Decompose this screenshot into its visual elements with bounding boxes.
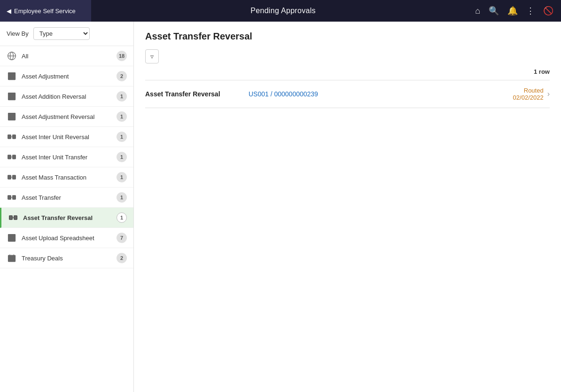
sidebar-item-asset-inter-unit-transfer-badge: 1 [117,152,127,162]
sidebar-item-all-label: All [22,53,112,60]
svg-rect-20 [9,216,13,220]
svg-rect-13 [13,135,16,139]
bell-icon[interactable]: 🔔 [507,6,518,16]
row-count: 1 row [145,68,550,75]
svg-rect-19 [13,196,16,199]
asset-transfer-icon [7,192,17,203]
sidebar-item-asset-transfer-reversal-label: Asset Transfer Reversal [23,214,112,221]
sidebar-item-asset-transfer-reversal-badge: 1 [117,212,127,223]
sidebar-item-asset-adjustment-reversal-badge: 1 [117,111,127,122]
sidebar-item-asset-addition-reversal[interactable]: Asset Addition Reversal 1 [0,86,133,107]
svg-rect-12 [8,135,11,139]
asset-inter-unit-transfer-icon [7,152,17,162]
sidebar-item-asset-upload-spreadsheet-badge: 7 [117,233,127,243]
sidebar-item-asset-addition-reversal-badge: 1 [117,91,127,102]
svg-rect-9 [8,113,16,120]
viewby-container: View By Type Date Priority [0,22,133,46]
block-icon[interactable]: 🚫 [543,6,553,16]
more-icon[interactable]: ⋮ [526,6,535,16]
page-title: Asset Transfer Reversal [145,31,550,42]
asset-addition-reversal-icon [7,91,17,102]
sidebar-item-asset-upload-spreadsheet-label: Asset Upload Spreadsheet [22,235,112,242]
sidebar-item-asset-inter-unit-transfer-label: Asset Inter Unit Transfer [22,154,112,161]
svg-rect-3 [8,73,16,80]
sidebar-items-list: All 18 Asset Adjustment 2 Asset Addition… [0,46,133,392]
svg-rect-14 [8,155,11,159]
svg-rect-26 [8,255,16,261]
asset-upload-spreadsheet-icon [7,233,17,243]
viewby-select[interactable]: Type Date Priority [33,27,90,40]
home-icon[interactable]: ⌂ [475,6,480,16]
sidebar-item-all-badge: 18 [117,51,127,61]
result-chevron-icon: › [547,90,550,98]
sidebar-item-asset-transfer-reversal[interactable]: Asset Transfer Reversal 1 [0,208,133,228]
svg-rect-21 [14,216,17,220]
back-icon: ◀ [7,8,11,15]
sidebar-item-asset-transfer-label: Asset Transfer [22,194,112,201]
top-navigation: ◀ Employee Self Service Pending Approval… [0,0,561,22]
svg-rect-15 [13,155,16,159]
asset-transfer-reversal-icon [8,212,18,223]
filter-button[interactable]: ▿ [145,49,159,63]
search-icon[interactable]: 🔍 [489,6,499,16]
sidebar-item-asset-transfer[interactable]: Asset Transfer 1 [0,188,133,208]
sidebar-item-treasury-deals[interactable]: Treasury Deals 2 [0,248,133,268]
svg-rect-6 [8,93,16,100]
sidebar: View By Type Date Priority All 18 [0,22,134,392]
back-label: Employee Self Service [14,8,76,15]
svg-rect-22 [8,235,16,242]
sidebar-item-asset-adjustment-reversal[interactable]: Asset Adjustment Reversal 1 [0,107,133,127]
sidebar-item-treasury-deals-label: Treasury Deals [22,255,112,262]
main-layout: View By Type Date Priority All 18 [0,22,561,392]
back-button[interactable]: ◀ Employee Self Service [0,0,91,22]
filter-bar: ▿ [145,49,550,63]
asset-mass-transaction-icon [7,172,17,182]
sidebar-item-asset-inter-unit-reversal-label: Asset Inter Unit Reversal [22,133,112,141]
sidebar-item-all[interactable]: All 18 [0,46,133,66]
result-type: Asset Transfer Reversal [145,90,249,98]
sidebar-item-asset-inter-unit-transfer[interactable]: Asset Inter Unit Transfer 1 [0,147,133,167]
result-id: US001 / 000000000239 [249,90,513,98]
viewby-label: View By [7,30,29,37]
globe-icon [7,51,17,61]
sidebar-item-asset-mass-transaction-badge: 1 [117,172,127,182]
treasury-deals-icon [7,253,17,263]
sidebar-item-treasury-deals-badge: 2 [117,253,127,263]
sidebar-item-asset-upload-spreadsheet[interactable]: Asset Upload Spreadsheet 7 [0,228,133,248]
result-row[interactable]: Asset Transfer Reversal US001 / 00000000… [145,80,550,108]
sidebar-item-asset-adjustment-badge: 2 [117,71,127,81]
sidebar-item-asset-inter-unit-reversal[interactable]: Asset Inter Unit Reversal 1 [0,127,133,147]
svg-rect-18 [8,196,11,199]
sidebar-item-asset-adjustment-label: Asset Adjustment [22,73,112,80]
sidebar-item-asset-adjustment[interactable]: Asset Adjustment 2 [0,66,133,86]
asset-adjustment-reversal-icon [7,111,17,122]
sidebar-item-asset-mass-transaction-label: Asset Mass Transaction [22,174,112,181]
sidebar-item-asset-inter-unit-reversal-badge: 1 [117,132,127,142]
main-content: Asset Transfer Reversal ▿ 1 row Asset Tr… [134,22,561,392]
sidebar-item-asset-adjustment-reversal-label: Asset Adjustment Reversal [22,113,112,120]
sidebar-item-asset-transfer-badge: 1 [117,192,127,203]
topnav-icons: ⌂ 🔍 🔔 ⋮ 🚫 [475,6,561,16]
sidebar-item-asset-mass-transaction[interactable]: Asset Mass Transaction 1 [0,167,133,188]
filter-icon: ▿ [150,53,154,60]
svg-rect-17 [13,175,16,179]
svg-rect-16 [8,175,11,179]
result-status: Routed02/02/2022 [513,87,544,101]
sidebar-item-asset-addition-reversal-label: Asset Addition Reversal [22,93,112,100]
page-header-title: Pending Approvals [91,7,475,15]
asset-adjustment-icon [7,71,17,81]
asset-inter-unit-reversal-icon [7,132,17,142]
